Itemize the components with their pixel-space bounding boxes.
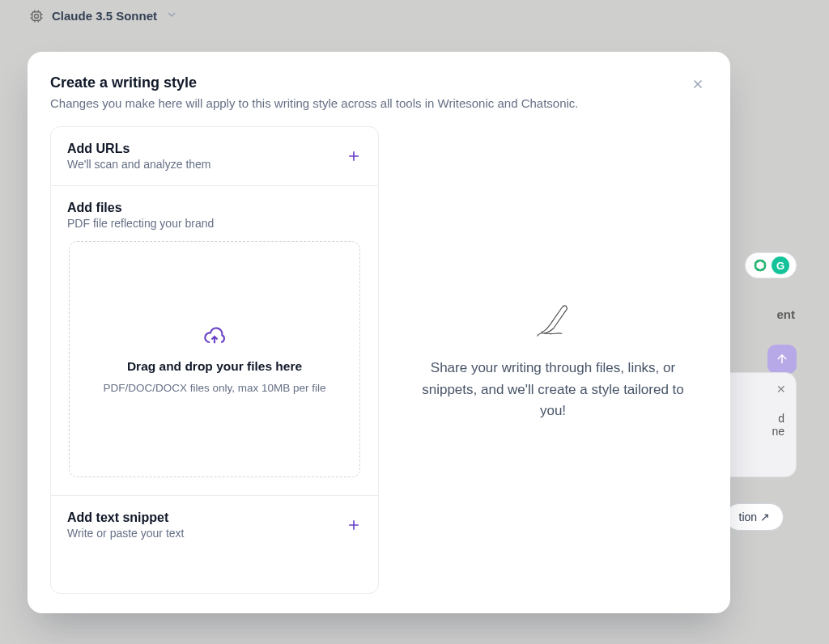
add-text-title: Add text snippet	[67, 511, 362, 525]
chevron-down-icon	[165, 8, 178, 23]
model-selector[interactable]: Claude 3.5 Sonnet	[29, 8, 178, 23]
svg-rect-0	[32, 11, 41, 20]
close-icon	[691, 77, 705, 91]
file-dropzone[interactable]: Drag and drop your files here PDF/DOC/DO…	[69, 241, 360, 477]
add-urls-button[interactable]	[342, 145, 365, 167]
add-text-snippet-section: Add text snippet Write or paste your tex…	[51, 495, 378, 554]
placeholder-text: Share your writing through files, links,…	[415, 358, 691, 422]
background-pill[interactable]: tion ↗	[725, 503, 784, 531]
modal-title: Create a writing style	[50, 74, 708, 91]
pen-writing-icon	[530, 298, 576, 343]
add-files-title: Add files	[67, 201, 362, 215]
add-files-section: Add files PDF file reflecting your brand…	[51, 185, 378, 495]
send-button[interactable]	[767, 345, 797, 374]
extension-shield-icon	[752, 257, 768, 273]
placeholder-panel: Share your writing through files, links,…	[398, 126, 708, 594]
svg-rect-1	[35, 14, 39, 18]
input-sources-panel: Add URLs We'll scan and analyze them Add…	[50, 126, 379, 594]
dropzone-title: Drag and drop your files here	[127, 359, 302, 374]
model-selector-label: Claude 3.5 Sonnet	[52, 9, 157, 23]
modal-subtitle: Changes you make here will apply to this…	[50, 96, 708, 110]
dropzone-hint: PDF/DOC/DOCX files only, max 10MB per fi…	[103, 382, 325, 394]
add-text-snippet-button[interactable]	[342, 514, 365, 536]
plus-icon	[346, 517, 362, 533]
plus-icon	[346, 148, 362, 164]
add-urls-title: Add URLs	[67, 142, 362, 156]
add-files-subtitle: PDF file reflecting your brand	[67, 217, 362, 230]
add-urls-section: Add URLs We'll scan and analyze them	[51, 127, 378, 185]
cloud-upload-icon	[203, 325, 226, 351]
modal-close-button[interactable]	[687, 73, 709, 95]
bg-pill-label: tion ↗	[739, 511, 770, 523]
add-text-subtitle: Write or paste your text	[67, 527, 362, 540]
close-icon[interactable]: ✕	[776, 383, 786, 396]
add-urls-subtitle: We'll scan and analyze them	[67, 158, 362, 171]
grammarly-icon: G	[772, 256, 789, 274]
create-writing-style-modal: Create a writing style Changes you make …	[28, 52, 730, 613]
extension-icons-pill: G	[745, 252, 797, 278]
chip-icon	[29, 9, 44, 23]
